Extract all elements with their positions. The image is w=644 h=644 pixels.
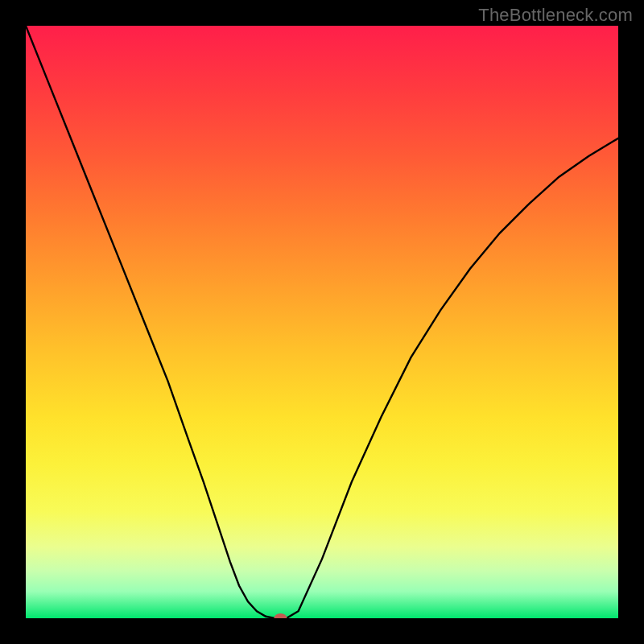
watermark-text: TheBottleneck.com [478,5,633,26]
curve-layer [26,26,618,618]
plot-area [26,26,618,618]
marker-dot [274,613,287,618]
chart-frame: TheBottleneck.com [0,0,644,644]
curve-path [26,26,618,618]
